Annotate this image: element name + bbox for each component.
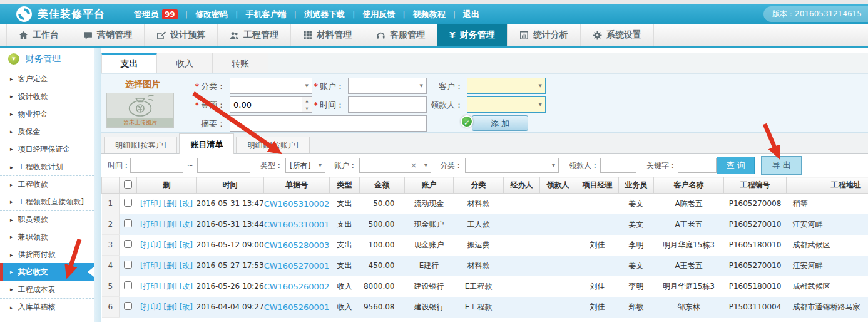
row-checkbox[interactable]: [124, 261, 132, 269]
payee-filter-field[interactable]: [600, 158, 636, 173]
action-delete-link[interactable]: [删]: [163, 241, 176, 249]
action-edit-link[interactable]: [改]: [180, 303, 193, 311]
add-button[interactable]: 添 加: [472, 115, 528, 131]
topbar-link-2[interactable]: 手机客户端: [245, 9, 286, 20]
tab-收入[interactable]: 收入: [157, 53, 213, 73]
date-to-field[interactable]: [197, 158, 250, 173]
tab-转账[interactable]: 转账: [213, 53, 268, 73]
cell-address: 成都市通锦桥路马家: [787, 297, 868, 318]
action-edit-link[interactable]: [改]: [180, 220, 193, 229]
cell-doc_no[interactable]: CW1605270001: [264, 256, 330, 276]
row-checkbox[interactable]: [124, 219, 132, 227]
nav-item-5[interactable]: 客服管理: [364, 24, 437, 46]
row-checkbox[interactable]: [124, 302, 132, 310]
nav-item-4[interactable]: 材料管理: [291, 24, 364, 46]
keyword-filter-field[interactable]: [678, 158, 717, 173]
row-checkbox[interactable]: [124, 199, 132, 207]
cell-category: E工程款: [454, 276, 504, 297]
tab-明细账[按账户][interactable]: 明细账[按账户]: [236, 137, 309, 153]
cell-project_no: P1605180010: [724, 276, 787, 297]
action-delete-link[interactable]: [删]: [163, 261, 176, 270]
date-from-input[interactable]: [131, 158, 183, 172]
nav-item-2[interactable]: 设计预算: [145, 24, 218, 46]
sidebar-item[interactable]: ▸入库单稽核: [0, 298, 94, 316]
cell-doc_no[interactable]: CW1605280003: [264, 235, 330, 256]
cell-pm: [576, 194, 619, 214]
topbar-link-5[interactable]: 视频教程: [413, 9, 446, 20]
sidebar-item[interactable]: ▸设计收款: [0, 88, 94, 105]
topbar-link-6[interactable]: 退出: [463, 9, 479, 20]
date-to-input[interactable]: [198, 158, 250, 172]
nav-item-8[interactable]: 系统设置: [581, 24, 654, 46]
action-delete-link[interactable]: [删]: [163, 282, 176, 291]
account-filter-combo[interactable]: ×▼: [359, 158, 431, 173]
sidebar-item[interactable]: ▸物业押金: [0, 105, 94, 123]
action-edit-link[interactable]: [改]: [180, 282, 193, 291]
cell-doc_no[interactable]: CW1605310002: [264, 194, 330, 214]
action-delete-link[interactable]: [删]: [163, 220, 176, 229]
sidebar-item[interactable]: ▸工程成本表: [0, 281, 94, 298]
nav-item-6[interactable]: ¥财务管理: [437, 24, 508, 46]
sidebar-item[interactable]: ▸工程收款计划: [0, 158, 94, 175]
action-print-link[interactable]: [打印]: [140, 282, 161, 291]
search-button[interactable]: 查 询: [717, 157, 755, 174]
edit-icon: [156, 31, 166, 40]
row-checkbox[interactable]: [124, 240, 132, 248]
nav-item-1[interactable]: 营销管理: [71, 24, 145, 46]
action-edit-link[interactable]: [改]: [180, 261, 193, 270]
cell-doc_no[interactable]: CW1605310001: [264, 214, 330, 235]
range-tilde: ~: [187, 161, 193, 170]
topbar-link-1[interactable]: 修改密码: [195, 9, 228, 20]
summary-input[interactable]: [230, 116, 426, 131]
topbar-link-0[interactable]: 管理员99: [134, 9, 178, 20]
sidebar-item[interactable]: ▸其它收支: [0, 263, 94, 281]
headset-icon: [376, 31, 385, 40]
payee-filter-input[interactable]: [601, 158, 636, 172]
action-print-link[interactable]: [打印]: [140, 199, 161, 208]
nav-item-7[interactable]: 统计分析: [508, 24, 581, 46]
action-print-link[interactable]: [打印]: [140, 303, 161, 311]
tab-支出[interactable]: 支出: [101, 53, 157, 73]
topbar-link-3[interactable]: 浏览器下载: [304, 9, 345, 20]
row-select-cell: [120, 194, 137, 214]
clear-icon[interactable]: ×: [411, 161, 417, 170]
amount-label: *金额：: [139, 100, 225, 111]
action-edit-link[interactable]: [改]: [180, 241, 193, 249]
customer-select[interactable]: ▼: [467, 78, 546, 94]
date-from-field[interactable]: [130, 158, 183, 173]
tab-账目清单[interactable]: 账目清单: [179, 133, 234, 154]
sidebar-header[interactable]: ▼ 财务管理: [0, 48, 94, 70]
sidebar-item[interactable]: ▸职员领款: [0, 210, 94, 228]
sidebar-item[interactable]: ▸客户定金: [0, 70, 94, 88]
action-print-link[interactable]: [打印]: [140, 261, 161, 270]
topbar-link-4[interactable]: 使用反馈: [362, 9, 395, 20]
keyword-filter-input[interactable]: [678, 158, 716, 172]
tab-明细账[按客户][interactable]: 明细账[按客户]: [104, 137, 177, 153]
sidebar-item[interactable]: ▸质保金: [0, 123, 94, 140]
action-edit-link[interactable]: [改]: [180, 199, 193, 208]
sidebar-item[interactable]: ▸工程领款[直接领款]: [0, 193, 94, 210]
row-actions: [打印][删][改]: [137, 214, 197, 235]
sidebar-item[interactable]: ▸工程收款: [0, 175, 94, 193]
cell-project_no: P1605270010: [724, 256, 787, 276]
cell-doc_no[interactable]: CW1605260002: [264, 276, 330, 297]
action-delete-link[interactable]: [删]: [163, 199, 176, 208]
sidebar-item[interactable]: ▸兼职领款: [0, 228, 94, 246]
sidebar-item-label: 设计收款: [18, 91, 48, 102]
type-select[interactable]: [所有]▼: [285, 158, 325, 173]
row-checkbox[interactable]: [124, 281, 132, 289]
nav-item-3[interactable]: 工程管理: [218, 24, 291, 46]
sidebar-item[interactable]: ▸项目经理保证金: [0, 140, 94, 158]
export-button[interactable]: 导 出: [761, 156, 802, 175]
sidebar-item[interactable]: ▸供货商付款: [0, 246, 94, 263]
select-all-checkbox[interactable]: [124, 180, 132, 189]
action-print-link[interactable]: [打印]: [140, 220, 161, 229]
payee-select[interactable]: ▼: [467, 96, 546, 113]
action-print-link[interactable]: [打印]: [140, 241, 161, 249]
nav-item-0[interactable]: 工作台: [6, 24, 71, 46]
summary-field[interactable]: [230, 115, 427, 132]
action-delete-link[interactable]: [删]: [163, 303, 176, 311]
category-filter-select[interactable]: ▼: [465, 158, 559, 173]
cell-doc_no[interactable]: CW1605260001: [264, 297, 330, 318]
top-header: 美佳装修平台 管理员99|修改密码|手机客户端|浏览器下载|使用反馈|视频教程|…: [0, 4, 868, 24]
